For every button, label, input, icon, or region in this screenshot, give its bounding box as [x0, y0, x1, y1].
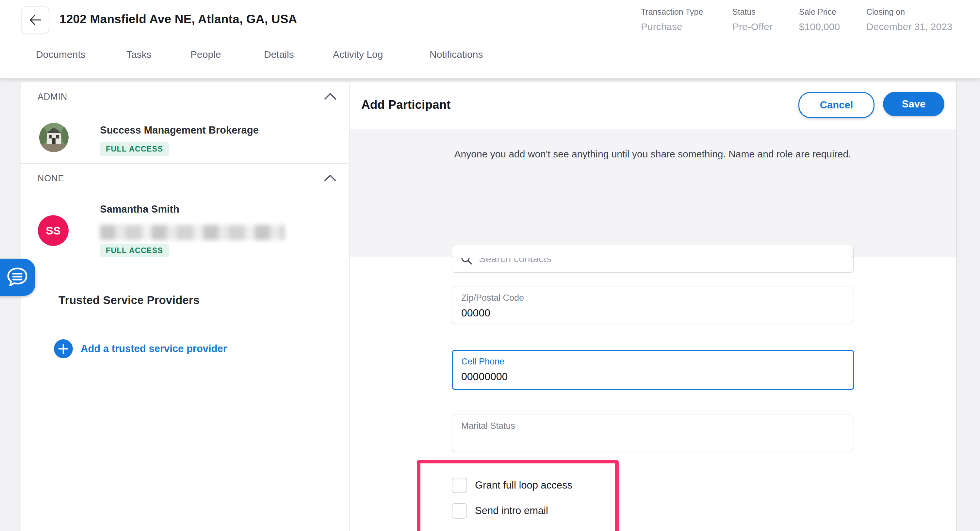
tab-notifications[interactable]: Notifications	[430, 49, 483, 60]
page-title: 1202 Mansfield Ave NE, Atlanta, GA, USA	[59, 13, 297, 26]
access-badge: FULL ACCESS	[100, 142, 169, 156]
meta-status: Status Pre-Offer	[732, 7, 773, 32]
marital-status-label: Marital Status	[461, 421, 515, 431]
divider	[21, 112, 349, 112]
send-intro-email-label: Send intro email	[475, 505, 548, 517]
chat-bubble-icon	[6, 267, 28, 288]
meta-sale-price: Sale Price $100,000	[799, 7, 840, 32]
tab-documents[interactable]: Documents	[36, 49, 86, 60]
brokerage-avatar	[39, 123, 68, 152]
access-badge: FULL ACCESS	[100, 243, 169, 258]
annotation-highlight-box	[417, 460, 619, 531]
zip-value: 00000	[461, 307, 490, 319]
add-participant-panel: Add Participant Cancel Save Anyone you a…	[349, 82, 957, 531]
meta-closing-on: Closing on December 31, 2023	[866, 7, 953, 32]
panel-title: Add Participant	[361, 98, 450, 112]
divider	[21, 194, 349, 194]
sidebar-section-admin[interactable]: ADMIN	[21, 82, 349, 112]
add-trusted-provider-label: Add a trusted service provider	[81, 343, 227, 355]
sidebar-section-none[interactable]: NONE	[21, 164, 349, 194]
cell-phone-label: Cell Phone	[461, 357, 504, 367]
meta-value: Purchase	[641, 21, 703, 32]
back-button[interactable]	[22, 6, 49, 33]
meta-value: $100,000	[799, 21, 840, 32]
participant-intro-band: Anyone you add won't see anything until …	[349, 129, 956, 258]
section-label: ADMIN	[38, 92, 67, 102]
zip-field[interactable]: Zip/Postal Code 00000	[452, 286, 853, 324]
section-label: NONE	[38, 173, 64, 184]
meta-label: Sale Price	[799, 7, 840, 17]
loop-tabs: Documents Tasks People Details Activity …	[0, 49, 653, 72]
tab-people[interactable]: People	[191, 49, 221, 60]
tab-activity-log[interactable]: Activity Log	[333, 49, 383, 60]
marital-status-field[interactable]: Marital Status	[452, 414, 853, 452]
tab-details[interactable]: Details	[264, 49, 294, 60]
send-intro-email-option[interactable]: Send intro email	[452, 504, 548, 518]
house-photo-icon	[39, 123, 68, 152]
redacted-email	[100, 225, 285, 240]
grant-full-access-label: Grant full loop access	[475, 479, 572, 491]
chevron-up-icon[interactable]	[324, 174, 337, 183]
partial-field	[452, 246, 853, 258]
meta-label: Status	[732, 7, 773, 17]
grant-full-access-checkbox[interactable]	[452, 478, 467, 493]
top-header: 1202 Mansfield Ave NE, Atlanta, GA, USA …	[0, 0, 980, 79]
cancel-button[interactable]: Cancel	[799, 92, 875, 118]
save-button[interactable]: Save	[883, 92, 944, 116]
member-name: Success Management Brokerage	[100, 124, 259, 136]
meta-value: Pre-Offer	[732, 21, 773, 32]
helper-text: Anyone you add won't see anything until …	[424, 145, 881, 163]
samantha-avatar: SS	[38, 215, 68, 246]
meta-value: December 31, 2023	[866, 21, 953, 32]
trusted-providers-heading: Trusted Service Providers	[59, 294, 200, 307]
page-background-gutter	[957, 78, 980, 531]
zip-label: Zip/Postal Code	[461, 293, 524, 303]
meta-label: Closing on	[866, 7, 953, 17]
tab-tasks[interactable]: Tasks	[126, 49, 151, 60]
chevron-up-icon[interactable]	[324, 92, 337, 102]
cell-phone-value: 00000000	[461, 370, 508, 383]
grant-full-access-option[interactable]: Grant full loop access	[452, 478, 572, 493]
add-trusted-provider-button[interactable]: Add a trusted service provider	[54, 339, 227, 359]
meta-label: Transaction Type	[641, 7, 703, 17]
send-intro-email-checkbox[interactable]	[452, 503, 467, 518]
divider	[21, 268, 349, 268]
back-arrow-icon	[29, 14, 42, 25]
people-sidebar: ADMIN	[21, 82, 350, 531]
plus-circle-icon	[54, 339, 73, 358]
meta-transaction-type: Transaction Type Purchase	[641, 7, 703, 32]
member-name: Samantha Smith	[100, 203, 179, 215]
chat-launcher-button[interactable]	[0, 259, 35, 296]
cell-phone-field[interactable]: Cell Phone 00000000	[452, 350, 854, 390]
avatar-initials: SS	[46, 224, 60, 237]
panel-header: Add Participant Cancel Save	[349, 82, 956, 129]
